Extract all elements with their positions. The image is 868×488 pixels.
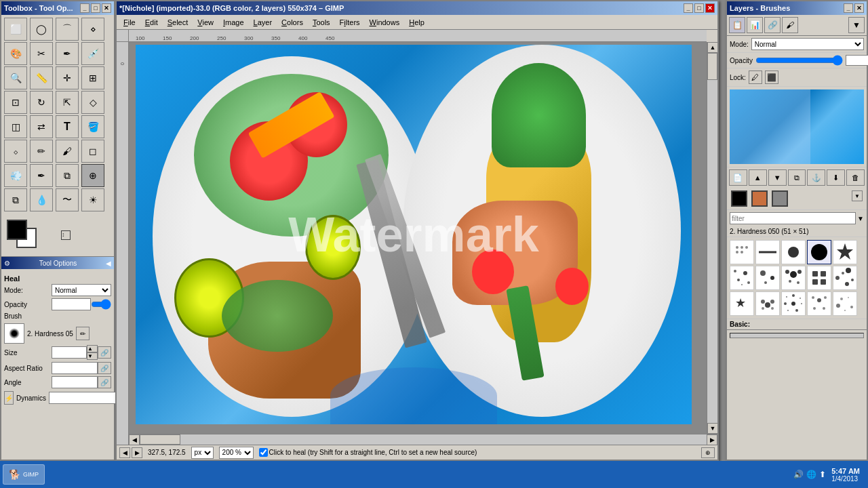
tool-move[interactable]: ✛ bbox=[56, 66, 79, 89]
tool-scale[interactable]: ⇱ bbox=[56, 91, 79, 114]
tool-select-color[interactable]: 🎨 bbox=[4, 42, 27, 65]
brush-item-circle-sm[interactable] bbox=[781, 240, 806, 264]
tool-bucket-fill[interactable]: 🪣 bbox=[81, 115, 104, 138]
brush-item-scatter1[interactable] bbox=[730, 266, 754, 290]
tool-ellipse-select[interactable]: ◯ bbox=[30, 18, 53, 41]
gimp-close[interactable]: ✕ bbox=[705, 3, 715, 13]
tool-blur[interactable]: 💧 bbox=[30, 188, 53, 211]
brush-item-line[interactable] bbox=[755, 240, 780, 264]
angle-input[interactable]: 0.00 bbox=[52, 376, 98, 388]
tool-perspective[interactable]: ◫ bbox=[4, 115, 27, 138]
brush-edit-btn[interactable]: ✏ bbox=[76, 327, 90, 340]
size-spinner[interactable]: ▲ ▼ bbox=[87, 345, 98, 360]
tool-free-select[interactable]: ⌒ bbox=[56, 18, 79, 41]
h-scroll-thumb[interactable] bbox=[140, 434, 180, 445]
brush-item-scatter4[interactable] bbox=[807, 266, 831, 290]
angle-chain[interactable]: 🔗 bbox=[98, 376, 111, 388]
tab-layers[interactable]: 📋 bbox=[729, 17, 745, 33]
duplicate-layer-btn[interactable]: ⧉ bbox=[788, 169, 806, 186]
anchor-layer-btn[interactable]: ⚓ bbox=[807, 169, 825, 186]
zoom-fit-btn[interactable]: ⊕ bbox=[701, 447, 715, 458]
brush-item-scatter8[interactable] bbox=[781, 291, 806, 316]
raise-layer-btn[interactable]: ▲ bbox=[749, 169, 767, 186]
brush-item-star[interactable] bbox=[833, 240, 857, 264]
merge-down-btn[interactable]: ⬇ bbox=[827, 169, 845, 186]
brush-item-circle-md[interactable] bbox=[807, 240, 831, 264]
tool-color-picker[interactable]: 💉 bbox=[81, 42, 104, 65]
aspect-chain[interactable]: 🔗 bbox=[98, 362, 111, 374]
toolbox-minimize[interactable]: _ bbox=[80, 3, 90, 13]
menu-image[interactable]: Image bbox=[219, 17, 248, 28]
brush-item-dots-sm[interactable] bbox=[730, 240, 754, 264]
new-layer-btn[interactable]: 📄 bbox=[729, 169, 747, 186]
heal-checkbox[interactable]: Click to heal (try Shift for a straight … bbox=[259, 448, 477, 457]
size-input[interactable]: 20.00 bbox=[52, 346, 87, 359]
zoom-level-select[interactable]: 200 % 100 % 50 % bbox=[219, 447, 254, 459]
menu-tools[interactable]: Tools bbox=[309, 17, 334, 28]
scroll-down-btn[interactable]: ▼ bbox=[707, 423, 717, 434]
tool-zoom[interactable]: 🔍 bbox=[4, 66, 27, 89]
layer1-preview[interactable] bbox=[730, 89, 810, 164]
lock-pixels-btn[interactable]: 🖊 bbox=[749, 70, 762, 84]
layers-close[interactable]: ✕ bbox=[854, 3, 864, 13]
menu-select[interactable]: Select bbox=[163, 17, 193, 28]
swatch-brown[interactable] bbox=[751, 190, 768, 207]
nav-prev-btn[interactable]: ◀ bbox=[119, 447, 130, 458]
tool-shear[interactable]: ◇ bbox=[81, 91, 104, 114]
size-chain[interactable]: 🔗 bbox=[98, 346, 111, 359]
h-scroll-track[interactable] bbox=[140, 434, 707, 445]
brush-item-scatter9[interactable] bbox=[807, 291, 831, 316]
delete-layer-btn[interactable]: 🗑 bbox=[846, 169, 865, 186]
brush-item-scatter7[interactable] bbox=[755, 291, 780, 316]
tool-pencil[interactable]: ✏ bbox=[30, 140, 53, 163]
nav-next-btn[interactable]: ▶ bbox=[132, 447, 142, 458]
tool-options-collapse[interactable]: ◀ bbox=[106, 260, 111, 267]
brush-item-scatter10[interactable] bbox=[833, 291, 857, 316]
tool-airbrush[interactable]: 💨 bbox=[4, 164, 27, 187]
taskbar-gimp-btn[interactable]: 🐕 GIMP bbox=[3, 464, 45, 485]
scroll-up-btn[interactable]: ▲ bbox=[707, 42, 717, 53]
tool-flip[interactable]: ⇄ bbox=[30, 115, 53, 138]
aspect-input[interactable]: 0.00 bbox=[52, 362, 98, 374]
swatch-black[interactable] bbox=[731, 190, 747, 207]
tool-eraser[interactable]: ◻ bbox=[81, 140, 104, 163]
canvas-viewport[interactable]: Watermark bbox=[129, 42, 707, 434]
fg-color-swatch[interactable] bbox=[7, 220, 27, 240]
mode-select[interactable]: Normal Multiply Screen bbox=[52, 284, 111, 296]
toolbox-maximize[interactable]: □ bbox=[91, 3, 100, 13]
menu-view[interactable]: View bbox=[193, 17, 218, 28]
tool-text[interactable]: T bbox=[56, 115, 79, 138]
brush-item-scatter5[interactable] bbox=[833, 266, 857, 290]
tool-rotate[interactable]: ↻ bbox=[30, 91, 53, 114]
menu-windows[interactable]: Windows bbox=[366, 17, 404, 28]
menu-edit[interactable]: Edit bbox=[141, 17, 162, 28]
tool-heal[interactable]: ⊕ bbox=[81, 164, 104, 187]
menu-colors[interactable]: Colors bbox=[277, 17, 307, 28]
scroll-right-btn[interactable]: ▶ bbox=[707, 434, 717, 445]
tool-clone[interactable]: ⧉ bbox=[56, 164, 79, 187]
brush-preview[interactable] bbox=[4, 323, 24, 344]
layer-opacity-slider[interactable] bbox=[755, 56, 843, 65]
tool-ink[interactable]: ✒ bbox=[30, 164, 53, 187]
brush-item-scatter2[interactable] bbox=[755, 266, 780, 290]
brush-item-scatter6[interactable]: ★ bbox=[730, 291, 754, 316]
tab-channels[interactable]: 📊 bbox=[747, 17, 763, 33]
menu-filters[interactable]: Filters bbox=[336, 17, 364, 28]
brush-filter-input[interactable] bbox=[730, 212, 856, 224]
heal-check[interactable] bbox=[259, 448, 268, 457]
tool-paths[interactable]: ✒ bbox=[56, 42, 79, 65]
lower-layer-btn[interactable]: ▼ bbox=[768, 169, 787, 186]
swap-colors-btn[interactable]: ↕ bbox=[61, 230, 71, 240]
tool-dodge-burn[interactable]: ☀ bbox=[81, 188, 104, 211]
tab-brushes[interactable]: 🖌 bbox=[782, 17, 798, 33]
basic-scrollbar[interactable] bbox=[730, 333, 864, 338]
tool-fuzzy-select[interactable]: ⋄ bbox=[81, 18, 104, 41]
layer-mode-select[interactable]: Normal Multiply Screen bbox=[751, 38, 864, 50]
brush-item-scatter3[interactable] bbox=[781, 266, 806, 290]
menu-layer[interactable]: Layer bbox=[250, 17, 277, 28]
tool-paintbrush[interactable]: 🖌 bbox=[56, 140, 79, 163]
lock-alpha-btn[interactable]: ⬛ bbox=[765, 70, 778, 84]
tool-crop[interactable]: ⊡ bbox=[4, 91, 27, 114]
filter-dropdown-arrow[interactable]: ▼ bbox=[857, 215, 864, 222]
panel-menu-btn[interactable]: ▼ bbox=[848, 17, 865, 33]
